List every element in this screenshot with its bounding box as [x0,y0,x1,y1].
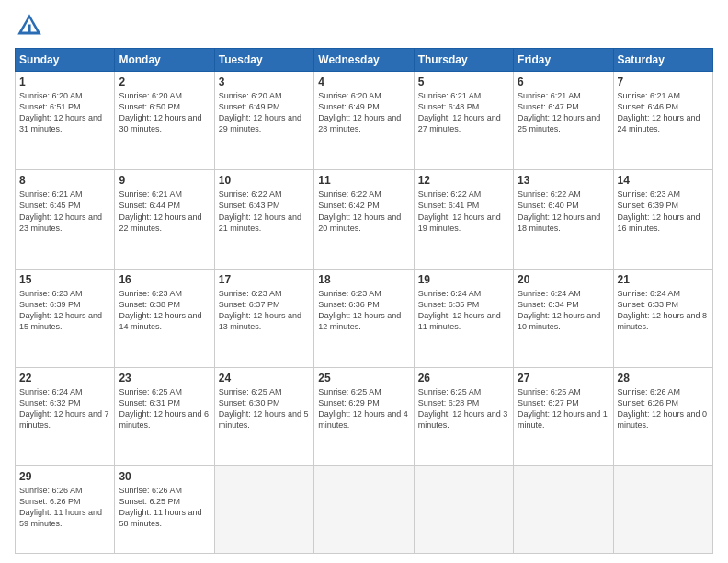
day-number: 13 [518,174,609,187]
day-info: Sunrise: 6:21 AMSunset: 6:44 PMDaylight:… [119,189,210,234]
day-info: Sunrise: 6:21 AMSunset: 6:47 PMDaylight:… [518,90,609,135]
calendar-cell [314,466,414,554]
day-info: Sunrise: 6:25 AMSunset: 6:29 PMDaylight:… [318,386,409,431]
day-number: 11 [318,174,409,187]
calendar-cell: 4Sunrise: 6:20 AMSunset: 6:49 PMDaylight… [314,72,414,170]
day-info: Sunrise: 6:20 AMSunset: 6:50 PMDaylight:… [119,90,210,135]
header [15,11,713,40]
day-info: Sunrise: 6:22 AMSunset: 6:42 PMDaylight:… [318,189,409,234]
calendar-cell: 28Sunrise: 6:26 AMSunset: 6:26 PMDayligh… [613,367,712,465]
day-info: Sunrise: 6:23 AMSunset: 6:39 PMDaylight:… [19,288,110,333]
day-number: 23 [119,372,210,385]
header-thursday: Thursday [414,49,513,72]
calendar-cell: 24Sunrise: 6:25 AMSunset: 6:30 PMDayligh… [214,367,313,465]
calendar-row: 15Sunrise: 6:23 AMSunset: 6:39 PMDayligh… [16,269,713,367]
day-info: Sunrise: 6:25 AMSunset: 6:28 PMDaylight:… [418,386,509,431]
calendar-cell: 26Sunrise: 6:25 AMSunset: 6:28 PMDayligh… [414,367,513,465]
page: Sunday Monday Tuesday Wednesday Thursday… [0,0,728,563]
day-number: 20 [518,273,609,286]
header-monday: Monday [115,49,214,72]
calendar-table: Sunday Monday Tuesday Wednesday Thursday… [15,48,713,554]
calendar-cell [514,466,613,554]
day-info: Sunrise: 6:23 AMSunset: 6:37 PMDaylight:… [219,288,310,333]
logo [15,11,48,40]
calendar-row: 8Sunrise: 6:21 AMSunset: 6:45 PMDaylight… [16,170,713,269]
calendar-cell: 17Sunrise: 6:23 AMSunset: 6:37 PMDayligh… [214,269,313,367]
calendar-cell: 6Sunrise: 6:21 AMSunset: 6:47 PMDaylight… [514,72,613,170]
day-number: 28 [618,372,709,385]
day-info: Sunrise: 6:21 AMSunset: 6:48 PMDaylight:… [418,90,509,135]
day-info: Sunrise: 6:21 AMSunset: 6:45 PMDaylight:… [19,189,110,234]
calendar-cell: 20Sunrise: 6:24 AMSunset: 6:34 PMDayligh… [514,269,613,367]
calendar-cell: 5Sunrise: 6:21 AMSunset: 6:48 PMDaylight… [414,72,513,170]
day-info: Sunrise: 6:22 AMSunset: 6:43 PMDaylight:… [219,189,310,234]
day-number: 22 [19,372,110,385]
day-number: 7 [618,75,709,88]
calendar-cell: 9Sunrise: 6:21 AMSunset: 6:44 PMDaylight… [115,170,214,269]
calendar-cell: 30Sunrise: 6:26 AMSunset: 6:25 PMDayligh… [115,466,214,554]
day-number: 3 [219,75,310,88]
day-info: Sunrise: 6:20 AMSunset: 6:51 PMDaylight:… [19,90,110,135]
calendar-cell: 10Sunrise: 6:22 AMSunset: 6:43 PMDayligh… [214,170,313,269]
day-number: 9 [119,174,210,187]
day-number: 15 [19,273,110,286]
calendar-cell: 19Sunrise: 6:24 AMSunset: 6:35 PMDayligh… [414,269,513,367]
logo-icon [15,11,44,40]
day-number: 21 [618,273,709,286]
day-number: 1 [19,75,110,88]
day-info: Sunrise: 6:25 AMSunset: 6:31 PMDaylight:… [119,386,210,431]
day-number: 10 [219,174,310,187]
calendar-cell: 16Sunrise: 6:23 AMSunset: 6:38 PMDayligh… [115,269,214,367]
day-number: 27 [518,372,609,385]
day-number: 8 [19,174,110,187]
header-friday: Friday [514,49,613,72]
header-sunday: Sunday [16,49,115,72]
day-info: Sunrise: 6:25 AMSunset: 6:30 PMDaylight:… [219,386,310,431]
day-info: Sunrise: 6:20 AMSunset: 6:49 PMDaylight:… [219,90,310,135]
day-number: 6 [518,75,609,88]
calendar-cell: 21Sunrise: 6:24 AMSunset: 6:33 PMDayligh… [613,269,712,367]
day-number: 2 [119,75,210,88]
day-info: Sunrise: 6:26 AMSunset: 6:26 PMDaylight:… [19,485,110,530]
day-info: Sunrise: 6:24 AMSunset: 6:35 PMDaylight:… [418,288,509,333]
calendar-cell: 23Sunrise: 6:25 AMSunset: 6:31 PMDayligh… [115,367,214,465]
day-number: 24 [219,372,310,385]
day-info: Sunrise: 6:24 AMSunset: 6:33 PMDaylight:… [618,288,709,333]
day-number: 18 [318,273,409,286]
calendar-cell: 29Sunrise: 6:26 AMSunset: 6:26 PMDayligh… [16,466,115,554]
day-info: Sunrise: 6:24 AMSunset: 6:34 PMDaylight:… [518,288,609,333]
calendar-row: 1Sunrise: 6:20 AMSunset: 6:51 PMDaylight… [16,72,713,170]
day-info: Sunrise: 6:23 AMSunset: 6:36 PMDaylight:… [318,288,409,333]
calendar-cell: 15Sunrise: 6:23 AMSunset: 6:39 PMDayligh… [16,269,115,367]
day-number: 26 [418,372,509,385]
calendar-cell: 3Sunrise: 6:20 AMSunset: 6:49 PMDaylight… [214,72,313,170]
day-info: Sunrise: 6:26 AMSunset: 6:26 PMDaylight:… [618,386,709,431]
calendar-cell: 25Sunrise: 6:25 AMSunset: 6:29 PMDayligh… [314,367,414,465]
day-number: 14 [618,174,709,187]
day-info: Sunrise: 6:21 AMSunset: 6:46 PMDaylight:… [618,90,709,135]
day-number: 5 [418,75,509,88]
day-info: Sunrise: 6:22 AMSunset: 6:40 PMDaylight:… [518,189,609,234]
weekday-header-row: Sunday Monday Tuesday Wednesday Thursday… [16,49,713,72]
calendar-cell: 8Sunrise: 6:21 AMSunset: 6:45 PMDaylight… [16,170,115,269]
calendar-cell: 12Sunrise: 6:22 AMSunset: 6:41 PMDayligh… [414,170,513,269]
calendar-cell: 13Sunrise: 6:22 AMSunset: 6:40 PMDayligh… [514,170,613,269]
calendar-cell: 11Sunrise: 6:22 AMSunset: 6:42 PMDayligh… [314,170,414,269]
day-info: Sunrise: 6:24 AMSunset: 6:32 PMDaylight:… [19,386,110,431]
day-number: 16 [119,273,210,286]
calendar-row: 22Sunrise: 6:24 AMSunset: 6:32 PMDayligh… [16,367,713,465]
calendar-cell: 1Sunrise: 6:20 AMSunset: 6:51 PMDaylight… [16,72,115,170]
calendar-cell [613,466,712,554]
day-info: Sunrise: 6:22 AMSunset: 6:41 PMDaylight:… [418,189,509,234]
day-info: Sunrise: 6:20 AMSunset: 6:49 PMDaylight:… [318,90,409,135]
day-number: 25 [318,372,409,385]
day-number: 30 [119,470,210,483]
day-info: Sunrise: 6:26 AMSunset: 6:25 PMDaylight:… [119,485,210,530]
calendar-cell: 18Sunrise: 6:23 AMSunset: 6:36 PMDayligh… [314,269,414,367]
header-tuesday: Tuesday [214,49,313,72]
calendar-row: 29Sunrise: 6:26 AMSunset: 6:26 PMDayligh… [16,466,713,554]
day-info: Sunrise: 6:23 AMSunset: 6:39 PMDaylight:… [618,189,709,234]
day-number: 12 [418,174,509,187]
day-number: 17 [219,273,310,286]
calendar-cell: 14Sunrise: 6:23 AMSunset: 6:39 PMDayligh… [613,170,712,269]
